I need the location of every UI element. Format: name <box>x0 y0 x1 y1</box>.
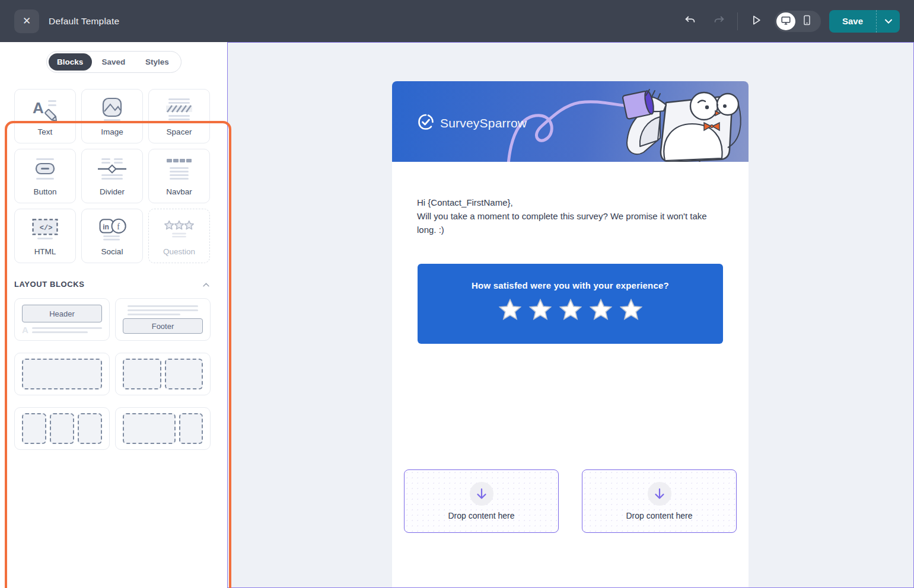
block-label: Text <box>38 127 53 136</box>
block-tile-question[interactable]: Question <box>148 209 210 263</box>
column-placeholder <box>22 359 102 389</box>
svg-text:f: f <box>117 222 120 231</box>
layout-blocks-grid: Header A Footer <box>0 289 227 450</box>
spacer-icon <box>164 97 195 123</box>
close-button[interactable]: ✕ <box>14 9 39 33</box>
chevron-up-icon[interactable] <box>203 281 209 288</box>
text-icon: A <box>30 97 60 123</box>
preview-button[interactable] <box>746 11 766 31</box>
block-tile-html[interactable]: </> HTML <box>14 209 76 263</box>
undo-icon <box>684 14 697 29</box>
topbar-divider <box>737 12 738 30</box>
mobile-toggle-option[interactable] <box>798 12 817 30</box>
divider-icon <box>97 156 128 183</box>
star-icon[interactable] <box>499 299 521 323</box>
brand-logo: SurveySparrow <box>417 113 527 133</box>
svg-text:A: A <box>33 99 44 117</box>
email-canvas[interactable]: SurveySparrow Hi {Contact_FirstName}, Wi… <box>227 42 914 588</box>
drop-zone-label: Drop content here <box>626 511 692 520</box>
template-title: Default Template <box>49 16 119 27</box>
column-placeholder <box>123 359 161 389</box>
redo-icon <box>712 14 725 29</box>
redo-button[interactable] <box>709 11 729 31</box>
layout-tile-three-columns[interactable] <box>14 407 110 450</box>
blocks-sidebar: Blocks Saved Styles A Text <box>0 42 227 588</box>
header-lines: A <box>22 325 102 334</box>
column-placeholder <box>165 359 203 389</box>
layout-tile-two-columns-wide-narrow[interactable] <box>115 407 211 450</box>
email-text-block[interactable]: Hi {Contact_FirstName}, Will you take a … <box>392 162 749 237</box>
drop-zone-left[interactable]: Drop content here <box>404 469 559 533</box>
save-button[interactable]: Save <box>829 10 876 33</box>
block-label: Divider <box>100 187 125 196</box>
block-label: Image <box>101 127 123 136</box>
arrow-down-icon <box>648 482 671 506</box>
block-tile-navbar[interactable]: Navbar <box>148 149 210 203</box>
save-dropdown-button[interactable] <box>876 10 900 33</box>
mobile-icon <box>802 15 811 28</box>
layout-tile-one-column[interactable] <box>14 353 110 395</box>
desktop-toggle-option[interactable] <box>776 12 795 30</box>
footer-placeholder: Footer <box>123 318 203 334</box>
block-label: Spacer <box>167 127 192 136</box>
body-line: Will you take a moment to complete this … <box>417 209 713 237</box>
button-icon <box>30 156 60 183</box>
email-preview[interactable]: SurveySparrow Hi {Contact_FirstName}, Wi… <box>392 81 749 588</box>
play-icon <box>750 14 762 28</box>
navbar-icon <box>164 156 195 183</box>
column-placeholder <box>123 413 176 444</box>
html-icon: </> <box>30 216 60 242</box>
block-label: Button <box>33 187 56 196</box>
star-icon[interactable] <box>590 299 612 323</box>
column-placeholder <box>50 413 74 444</box>
image-icon <box>97 97 128 123</box>
block-tile-spacer[interactable]: Spacer <box>148 89 210 143</box>
block-label: HTML <box>34 247 56 256</box>
block-tile-button[interactable]: Button <box>14 149 76 203</box>
layout-tile-two-columns[interactable] <box>115 353 211 395</box>
layout-blocks-heading: LAYOUT BLOCKS <box>14 280 85 289</box>
block-label: Navbar <box>166 187 192 196</box>
sidebar-tabs: Blocks Saved Styles <box>46 51 181 73</box>
desktop-icon <box>781 15 791 28</box>
block-tile-text[interactable]: A Text <box>14 89 76 143</box>
drop-zone-row: Drop content here Drop content here <box>392 469 749 533</box>
block-label: Social <box>101 247 123 256</box>
layout-tile-footer[interactable]: Footer <box>115 298 211 341</box>
chevron-down-icon <box>885 17 892 25</box>
topbar: ✕ Default Template <box>0 0 914 42</box>
tab-blocks[interactable]: Blocks <box>49 53 92 71</box>
close-icon: ✕ <box>23 15 31 27</box>
star-icon[interactable] <box>529 299 552 323</box>
question-icon <box>164 216 195 242</box>
arrow-down-icon <box>470 482 493 506</box>
brand-name: SurveySparrow <box>440 116 527 130</box>
tab-saved[interactable]: Saved <box>92 53 135 71</box>
star-icon[interactable] <box>559 299 582 323</box>
block-tile-social[interactable]: in f Social <box>81 209 143 263</box>
tab-styles[interactable]: Styles <box>135 53 179 71</box>
email-header-banner[interactable]: SurveySparrow <box>392 81 749 162</box>
block-tile-divider[interactable]: Divider <box>81 149 143 203</box>
surveysparrow-logo-icon <box>417 113 435 133</box>
layout-tile-header[interactable]: Header A <box>14 298 110 341</box>
block-label: Question <box>163 247 195 256</box>
star-icon[interactable] <box>620 299 642 323</box>
column-placeholder <box>179 413 203 444</box>
drop-zone-label: Drop content here <box>448 511 514 520</box>
blocks-grid: A Text <box>0 73 227 263</box>
block-tile-image[interactable]: Image <box>81 89 143 143</box>
column-placeholder <box>22 413 46 444</box>
header-placeholder: Header <box>22 305 102 322</box>
question-title: How satisfed were you with your experien… <box>418 280 723 290</box>
drop-zone-right[interactable]: Drop content here <box>582 469 737 533</box>
greeting-line: Hi {Contact_FirstName}, <box>417 196 713 209</box>
device-toggle[interactable] <box>775 11 821 32</box>
svg-text:in: in <box>103 223 109 231</box>
column-placeholder <box>78 413 102 444</box>
undo-button[interactable] <box>680 11 700 31</box>
star-rating[interactable] <box>418 299 723 323</box>
svg-text:</>: </> <box>40 223 53 232</box>
survey-question-card[interactable]: How satisfed were you with your experien… <box>418 264 723 344</box>
social-icon: in f <box>97 216 128 242</box>
